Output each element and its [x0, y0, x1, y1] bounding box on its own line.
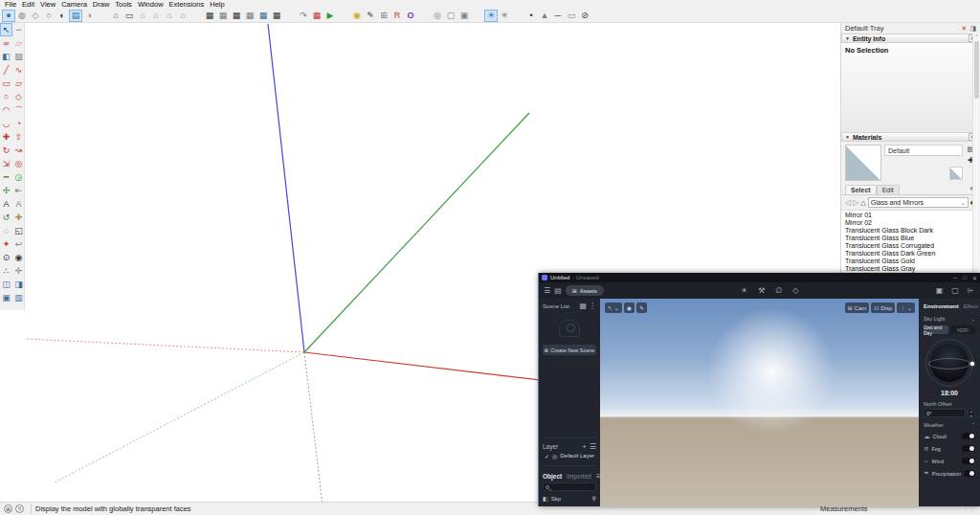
style-shaded-icon[interactable]: ◐ [56, 10, 69, 22]
walk-tool-icon[interactable]: ∴ [0, 264, 12, 278]
weather-toggle[interactable] [962, 458, 975, 464]
hdri-button[interactable]: HDRI [950, 325, 975, 334]
collection-dropdown[interactable]: Glass and Mirrors ⌄ [868, 197, 969, 208]
minimize-icon[interactable]: ─ [953, 275, 957, 281]
back-arrow-icon[interactable]: ◁ [845, 198, 851, 207]
tab-edit[interactable]: Edit [877, 185, 900, 194]
layer-row[interactable]: ✓ ◎ Default Layer [543, 451, 596, 460]
scroll-thumb[interactable] [974, 41, 979, 99]
box-view-icon[interactable]: ▢ [444, 10, 457, 22]
video-icon[interactable]: ▢ [951, 286, 959, 296]
render-title-bar[interactable]: Untitled - Unsaved ─ □ ✕ [539, 273, 980, 282]
run-export-icon[interactable]: ▶ [323, 10, 337, 22]
style-xray-icon[interactable]: ● [2, 10, 15, 22]
tab-imported[interactable]: Imported [567, 473, 591, 480]
cone-icon[interactable]: ▲ [538, 10, 551, 22]
polygon-tool-icon[interactable]: ◇ [12, 90, 25, 103]
geolocation-icon[interactable]: ⊕ [4, 504, 12, 513]
sky-light-header[interactable]: Sky Light ⌄ [924, 314, 975, 324]
menu-item[interactable]: Help [207, 0, 227, 9]
point-icon[interactable]: • [524, 10, 538, 22]
help-icon[interactable]: ? [15, 504, 24, 513]
section-plane-tool-icon[interactable]: ◫ [0, 278, 12, 291]
solid-intersect-icon[interactable]: ▦ [216, 10, 230, 22]
solid-subtract-icon[interactable]: ▦ [243, 10, 256, 22]
style-backedges-icon[interactable]: ◍ [15, 10, 29, 22]
entity-info-header[interactable]: ▼ Entity Info ✕ [841, 34, 980, 43]
record-icon[interactable]: ◎ [431, 10, 444, 22]
rect-glyph-icon[interactable]: ▭ [565, 10, 578, 22]
menu-item[interactable]: View [37, 0, 58, 9]
layer-menu-icon[interactable]: ☰ [590, 442, 596, 451]
enscape-o-icon[interactable]: O [404, 10, 417, 22]
tray-close-icon[interactable]: ✕ [962, 25, 968, 33]
more-options-button[interactable]: ⋮ ⌄ [897, 302, 915, 313]
scale-tool-icon[interactable]: ⇲ [0, 157, 12, 170]
menu-item[interactable]: Draw [90, 0, 113, 9]
menu-item[interactable]: Extensions [167, 0, 208, 9]
previous-view-icon[interactable]: ↩ [12, 237, 25, 251]
material-item[interactable]: Translucent Glass Blue [841, 235, 980, 242]
dial-handle[interactable] [970, 362, 974, 366]
circle-tool-icon[interactable]: ○ [0, 90, 12, 103]
style-textured-icon[interactable]: ▤ [69, 10, 82, 22]
rotated-rectangle-tool-icon[interactable]: ▱ [12, 77, 25, 90]
three-point-arc-tool-icon[interactable]: ◡ [0, 117, 12, 130]
tab-select[interactable]: Select [845, 185, 877, 194]
arc-tool-icon[interactable]: ◠ [0, 103, 12, 117]
lighting-icon[interactable]: ☀ [741, 286, 747, 295]
draw-mode-button[interactable]: ✎ [636, 302, 647, 313]
style-monochrome-icon[interactable]: ◑ [82, 10, 96, 22]
tab-environment[interactable]: Environment [924, 303, 959, 309]
orbit-tool-icon[interactable]: ↺ [0, 211, 12, 224]
hide-icon[interactable]: ⊘ [578, 10, 591, 22]
close-icon[interactable]: ✕ [972, 275, 977, 281]
render-r-icon[interactable]: R [390, 10, 404, 22]
material-item[interactable]: Translucent Glass Gold [841, 258, 980, 265]
material-name-field[interactable]: Default [884, 145, 963, 156]
solid-trim-icon[interactable]: ▦ [256, 10, 270, 22]
maximize-icon[interactable]: □ [963, 275, 967, 281]
walk-alt-tool-icon[interactable]: ✛ [12, 264, 25, 278]
stepper-control[interactable]: ▲▼ [968, 409, 975, 417]
object-search-input[interactable] [543, 482, 596, 491]
material-item[interactable]: Mirror 01 [841, 212, 980, 219]
tray-pin-icon[interactable]: ◨ [969, 25, 976, 33]
position-camera-tool-icon[interactable]: ⊙ [0, 251, 12, 264]
edit-doc-icon[interactable]: ✎ [364, 10, 377, 22]
geo-day-button[interactable]: Geo and Day [924, 325, 948, 334]
assets-button[interactable]: ⊞ Assets [566, 285, 604, 296]
link-icon[interactable]: ∅ [775, 286, 782, 295]
material-item[interactable]: Mirror 02 [841, 219, 980, 227]
light-bulb-icon[interactable]: ☀ [484, 10, 498, 22]
tab-object[interactable]: Object [543, 473, 562, 480]
lasso-tool-icon[interactable]: ∽ [12, 23, 25, 36]
camera-icon[interactable]: ▣ [457, 10, 471, 22]
style-wireframe-icon[interactable]: ◇ [29, 10, 42, 22]
plugin-logo-icon[interactable]: ◉ [350, 10, 364, 22]
kebab-menu-icon[interactable]: ⋮ [589, 302, 596, 310]
stamp-tool-icon[interactable]: ▱ [12, 36, 25, 50]
tab-effect[interactable]: Effect [964, 303, 978, 309]
protractor-tool-icon[interactable]: ◶ [12, 170, 25, 184]
resize-grip[interactable]: ⋮⋮ [963, 505, 976, 512]
section-grid-icon[interactable]: ▦ [310, 10, 323, 22]
look-around-tool-icon[interactable]: ◉ [12, 251, 25, 264]
sun-position-dial[interactable] [925, 339, 973, 387]
view-back-icon[interactable]: ⌂ [163, 10, 176, 22]
screenshot-icon[interactable]: ▣ [936, 286, 944, 296]
render-viewport[interactable]: ↖ ⌄ ◉ ✎ ⊞Cam ⊡Disp ⋮ ⌄ [600, 299, 919, 506]
export-icon[interactable]: ⌲ [968, 286, 973, 296]
weather-toggle[interactable] [962, 445, 975, 452]
create-scene-button[interactable]: ⊕ Create New Scene [543, 345, 596, 355]
add-layer-icon[interactable]: + [582, 442, 587, 451]
push-pull-tool-icon[interactable]: ⇧ [12, 130, 25, 144]
menu-item[interactable]: Window [135, 0, 167, 9]
view-iso-icon[interactable]: ⌂ [109, 10, 122, 22]
image-icon[interactable]: ▦ [579, 302, 587, 310]
camera-settings-button[interactable]: ⊞Cam [845, 302, 870, 313]
line-tool-icon[interactable]: ╱ [0, 63, 12, 77]
axes-tool-icon[interactable]: ✢ [0, 184, 12, 197]
zoom-extents-tool-icon[interactable]: ✦ [0, 237, 12, 251]
wrench-icon[interactable]: ⚒ [758, 286, 765, 295]
